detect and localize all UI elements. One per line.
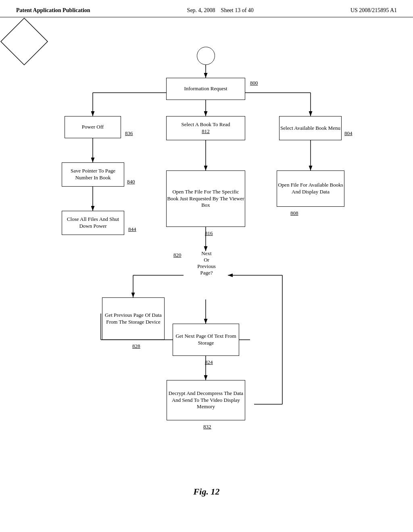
- patent-number: US 2008/215895 A1: [350, 7, 397, 14]
- publication-label: Patent Application Publication: [16, 7, 90, 14]
- date-label: Sep. 4, 2008 Sheet 13 of 40: [187, 7, 254, 14]
- diagram-area: 800 Information Request Power Off 836 Se…: [0, 17, 413, 509]
- page-header: Patent Application Publication Sep. 4, 2…: [0, 0, 413, 17]
- node-next-prev-diamond: NextOrPreviousPage?: [0, 17, 48, 66]
